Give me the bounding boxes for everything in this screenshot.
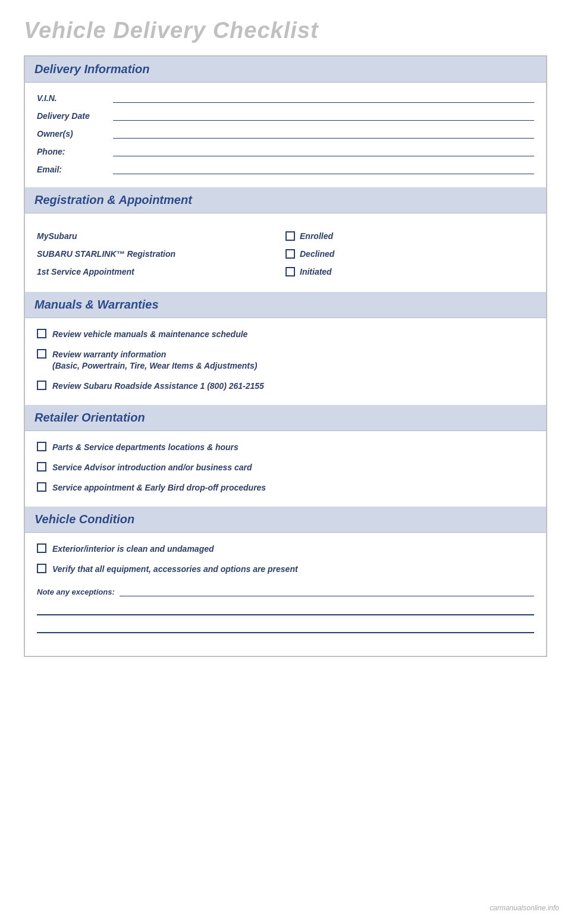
email-label: Email:	[37, 165, 108, 174]
enrolled-checkbox[interactable]	[286, 231, 295, 241]
delivery-date-line	[113, 111, 534, 121]
list-item: Review Subaru Roadside Assistance 1 (800…	[37, 381, 534, 392]
list-item: Review warranty information(Basic, Power…	[37, 349, 534, 372]
delivery-info-header: Delivery Information	[25, 56, 546, 83]
manuals-text-1: Review vehicle manuals & maintenance sch…	[52, 329, 534, 341]
manuals-header: Manuals & Warranties	[25, 292, 546, 318]
manuals-text-2: Review warranty information(Basic, Power…	[52, 349, 534, 372]
owner-row: Owner(s)	[37, 129, 534, 139]
initiated-row: Initiated	[286, 265, 534, 279]
condition-check-2[interactable]	[37, 564, 46, 573]
retailer-header: Retailer Orientation	[25, 405, 546, 431]
starlink-label: SUBARU STARLINK™ Registration	[37, 247, 286, 261]
mysubaru-label: MySubaru	[37, 229, 286, 243]
vehicle-condition-header: Vehicle Condition	[25, 507, 546, 533]
exceptions-row: Note any exceptions:	[37, 587, 534, 596]
list-item: Review vehicle manuals & maintenance sch…	[37, 329, 534, 341]
retailer-check-3[interactable]	[37, 482, 46, 492]
retailer-section: Retailer Orientation Parts & Service dep…	[25, 405, 546, 507]
condition-text-2: Verify that all equipment, accessories a…	[52, 564, 534, 576]
condition-check-1[interactable]	[37, 543, 46, 553]
registration-section: Registration & Appointment MySubaru Enro…	[25, 187, 546, 292]
phone-label: Phone:	[37, 147, 108, 156]
retailer-text-1: Parts & Service departments locations & …	[52, 442, 534, 454]
watermark: carmanualsonline.info	[490, 904, 559, 912]
bottom-line-1	[37, 614, 534, 615]
manuals-section: Manuals & Warranties Review vehicle manu…	[25, 292, 546, 405]
declined-row: Declined	[286, 247, 534, 261]
vin-line	[113, 93, 534, 103]
retailer-body: Parts & Service departments locations & …	[25, 431, 546, 507]
manuals-check-3[interactable]	[37, 381, 46, 390]
list-item: Service Advisor introduction and/or busi…	[37, 462, 534, 474]
exceptions-label: Note any exceptions:	[37, 587, 115, 596]
declined-checkbox[interactable]	[286, 249, 295, 259]
list-item: Parts & Service departments locations & …	[37, 442, 534, 454]
delivery-info-body: V.I.N. Delivery Date Owner(s) Phone: Ema…	[25, 83, 546, 187]
list-item: Verify that all equipment, accessories a…	[37, 564, 534, 576]
vin-label: V.I.N.	[37, 93, 108, 103]
vin-row: V.I.N.	[37, 93, 534, 103]
email-row: Email:	[37, 165, 534, 174]
registration-body: MySubaru Enrolled SUBARU STARLINK™ Regis…	[25, 213, 546, 292]
condition-text-1: Exterior/interior is clean and undamaged	[52, 543, 534, 555]
service-appt-label: 1st Service Appointment	[37, 265, 286, 279]
bottom-lines	[37, 614, 534, 633]
delivery-date-row: Delivery Date	[37, 111, 534, 121]
declined-label: Declined	[300, 249, 334, 259]
manuals-body: Review vehicle manuals & maintenance sch…	[25, 318, 546, 405]
bottom-line-2	[37, 632, 534, 633]
delivery-info-section: Delivery Information V.I.N. Delivery Dat…	[25, 56, 546, 187]
owner-label: Owner(s)	[37, 129, 108, 139]
email-line	[113, 165, 534, 174]
delivery-date-label: Delivery Date	[37, 111, 108, 121]
phone-line	[113, 147, 534, 156]
vehicle-condition-section: Vehicle Condition Exterior/interior is c…	[25, 507, 546, 656]
enrolled-row: Enrolled	[286, 229, 534, 243]
initiated-label: Initiated	[300, 267, 332, 276]
registration-header: Registration & Appointment	[25, 187, 546, 213]
phone-row: Phone:	[37, 147, 534, 156]
enrolled-label: Enrolled	[300, 231, 333, 241]
exceptions-line	[120, 587, 534, 596]
manuals-text-3: Review Subaru Roadside Assistance 1 (800…	[52, 381, 534, 392]
retailer-text-3: Service appointment & Early Bird drop-of…	[52, 482, 534, 494]
retailer-check-1[interactable]	[37, 442, 46, 451]
main-container: Delivery Information V.I.N. Delivery Dat…	[24, 55, 547, 657]
registration-grid: MySubaru Enrolled SUBARU STARLINK™ Regis…	[37, 229, 534, 279]
vehicle-condition-body: Exterior/interior is clean and undamaged…	[25, 533, 546, 656]
list-item: Service appointment & Early Bird drop-of…	[37, 482, 534, 494]
retailer-text-2: Service Advisor introduction and/or busi…	[52, 462, 534, 474]
owner-line	[113, 129, 534, 139]
list-item: Exterior/interior is clean and undamaged	[37, 543, 534, 555]
page-title: Vehicle Delivery Checklist	[24, 18, 547, 43]
initiated-checkbox[interactable]	[286, 267, 295, 276]
retailer-check-2[interactable]	[37, 462, 46, 472]
manuals-check-2[interactable]	[37, 349, 46, 359]
manuals-check-1[interactable]	[37, 329, 46, 338]
